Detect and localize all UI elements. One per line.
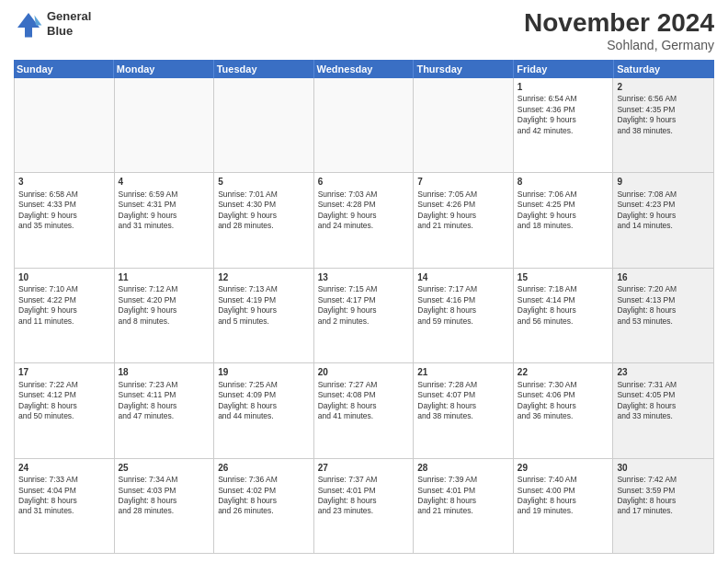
day-info-line: Daylight: 9 hours — [119, 211, 210, 221]
day-info-line: and 28 minutes. — [218, 221, 310, 231]
day-info-line: Sunrise: 7:23 AM — [119, 380, 210, 390]
day-info-line: Sunset: 4:26 PM — [417, 200, 509, 210]
day-number: 27 — [318, 462, 410, 475]
logo-line2: Blue — [47, 24, 91, 39]
day-info-line: and 21 minutes. — [417, 506, 509, 516]
day-info-line: Sunset: 4:04 PM — [18, 486, 110, 496]
logo-line1: General — [47, 9, 91, 24]
empty-cell-0-1 — [115, 78, 215, 172]
day-info-line: Sunset: 4:30 PM — [218, 200, 310, 210]
day-info-line: and 38 minutes. — [417, 411, 509, 421]
day-number: 7 — [417, 176, 509, 189]
day-info-line: Daylight: 9 hours — [417, 211, 509, 221]
day-cell-1: 1Sunrise: 6:54 AMSunset: 4:36 PMDaylight… — [514, 78, 614, 172]
day-info-line: Sunset: 4:31 PM — [119, 200, 210, 210]
day-info-line: Sunset: 4:28 PM — [318, 200, 410, 210]
day-info-line: Sunset: 4:20 PM — [119, 295, 210, 305]
day-info-line: Sunrise: 7:06 AM — [518, 190, 609, 200]
day-cell-4: 4Sunrise: 6:59 AMSunset: 4:31 PMDaylight… — [115, 173, 215, 267]
day-info-line: Sunrise: 7:22 AM — [18, 380, 110, 390]
day-info-line: and 26 minutes. — [218, 506, 310, 516]
day-info-line: and 31 minutes. — [119, 221, 210, 231]
day-cell-7: 7Sunrise: 7:05 AMSunset: 4:26 PMDaylight… — [414, 173, 514, 267]
day-number: 18 — [119, 366, 210, 379]
day-info-line: Sunrise: 7:27 AM — [318, 380, 410, 390]
day-info-line: and 35 minutes. — [18, 221, 110, 231]
day-number: 5 — [218, 176, 310, 189]
day-info-line: Sunset: 4:08 PM — [318, 390, 410, 400]
day-number: 16 — [617, 271, 710, 284]
day-info-line: and 23 minutes. — [318, 506, 410, 516]
header-cell-monday: Monday — [114, 60, 214, 78]
day-cell-29: 29Sunrise: 7:40 AMSunset: 4:00 PMDayligh… — [514, 459, 614, 553]
logo-text: General Blue — [47, 9, 91, 38]
day-number: 1 — [518, 81, 609, 94]
day-info-line: Daylight: 9 hours — [18, 211, 110, 221]
day-info-line: and 18 minutes. — [518, 221, 609, 231]
day-info-line: Daylight: 8 hours — [617, 401, 710, 411]
day-number: 12 — [218, 271, 310, 284]
day-info-line: Daylight: 8 hours — [318, 401, 410, 411]
day-info-line: Sunset: 4:01 PM — [417, 486, 509, 496]
day-info-line: Daylight: 9 hours — [518, 211, 609, 221]
day-info-line: and 5 minutes. — [218, 316, 310, 327]
day-info-line: Daylight: 8 hours — [417, 496, 509, 506]
logo: General Blue — [14, 9, 91, 39]
day-info-line: Daylight: 8 hours — [318, 496, 410, 506]
day-info-line: Sunset: 4:35 PM — [617, 105, 710, 115]
header-cell-thursday: Thursday — [414, 60, 514, 78]
day-cell-6: 6Sunrise: 7:03 AMSunset: 4:28 PMDaylight… — [314, 173, 415, 267]
day-cell-2: 2Sunrise: 6:56 AMSunset: 4:35 PMDaylight… — [613, 78, 713, 172]
day-info-line: Daylight: 8 hours — [417, 401, 509, 411]
day-number: 19 — [218, 366, 310, 379]
day-info-line: Sunset: 4:14 PM — [518, 295, 609, 305]
day-number: 2 — [617, 81, 710, 94]
day-cell-26: 26Sunrise: 7:36 AMSunset: 4:02 PMDayligh… — [214, 459, 314, 553]
day-cell-10: 10Sunrise: 7:10 AMSunset: 4:22 PMDayligh… — [15, 269, 115, 362]
day-info-line: Sunset: 4:00 PM — [518, 486, 609, 496]
day-info-line: Sunset: 4:17 PM — [318, 295, 410, 305]
day-cell-12: 12Sunrise: 7:13 AMSunset: 4:19 PMDayligh… — [214, 269, 314, 362]
day-info-line: and 44 minutes. — [218, 411, 310, 421]
day-cell-27: 27Sunrise: 7:37 AMSunset: 4:01 PMDayligh… — [314, 459, 415, 553]
day-info-line: Daylight: 8 hours — [417, 305, 509, 316]
day-info-line: Sunset: 4:02 PM — [218, 486, 310, 496]
day-info-line: Daylight: 8 hours — [518, 305, 609, 316]
day-info-line: Sunset: 4:11 PM — [119, 390, 210, 400]
day-number: 28 — [417, 462, 509, 475]
day-number: 14 — [417, 271, 509, 284]
header-cell-tuesday: Tuesday — [214, 60, 314, 78]
day-info-line: Daylight: 9 hours — [318, 305, 410, 316]
day-info-line: and 28 minutes. — [119, 506, 210, 516]
day-info-line: Sunset: 4:23 PM — [617, 200, 710, 210]
day-number: 20 — [318, 366, 410, 379]
day-cell-20: 20Sunrise: 7:27 AMSunset: 4:08 PMDayligh… — [314, 363, 415, 457]
day-info-line: Daylight: 8 hours — [617, 305, 710, 316]
day-info-line: Sunrise: 7:31 AM — [617, 380, 710, 390]
header: General Blue November 2024 Sohland, Germ… — [14, 9, 714, 52]
day-info-line: Sunrise: 7:20 AM — [617, 284, 710, 294]
day-info-line: Daylight: 9 hours — [218, 305, 310, 316]
day-number: 15 — [518, 271, 609, 284]
day-info-line: Sunrise: 7:08 AM — [617, 190, 710, 200]
day-info-line: Sunrise: 6:59 AM — [119, 190, 210, 200]
day-info-line: Sunset: 4:07 PM — [417, 390, 509, 400]
day-info-line: Daylight: 8 hours — [518, 401, 609, 411]
empty-cell-0-2 — [214, 78, 314, 172]
day-info-line: Sunset: 4:06 PM — [518, 390, 609, 400]
day-info-line: and 50 minutes. — [18, 411, 110, 421]
day-info-line: Daylight: 9 hours — [617, 211, 710, 221]
day-cell-15: 15Sunrise: 7:18 AMSunset: 4:14 PMDayligh… — [514, 269, 614, 362]
day-cell-14: 14Sunrise: 7:17 AMSunset: 4:16 PMDayligh… — [414, 269, 514, 362]
day-info-line: and 2 minutes. — [318, 316, 410, 327]
day-info-line: and 21 minutes. — [417, 221, 509, 231]
calendar-header: SundayMondayTuesdayWednesdayThursdayFrid… — [14, 60, 714, 78]
day-number: 4 — [119, 176, 210, 189]
day-info-line: and 33 minutes. — [617, 411, 710, 421]
day-info-line: Sunrise: 7:05 AM — [417, 190, 509, 200]
calendar-row-2: 10Sunrise: 7:10 AMSunset: 4:22 PMDayligh… — [15, 269, 713, 363]
day-info-line: Sunrise: 7:13 AM — [218, 284, 310, 294]
header-cell-sunday: Sunday — [14, 60, 114, 78]
day-info-line: Daylight: 8 hours — [617, 496, 710, 506]
day-info-line: Sunset: 4:01 PM — [318, 486, 410, 496]
